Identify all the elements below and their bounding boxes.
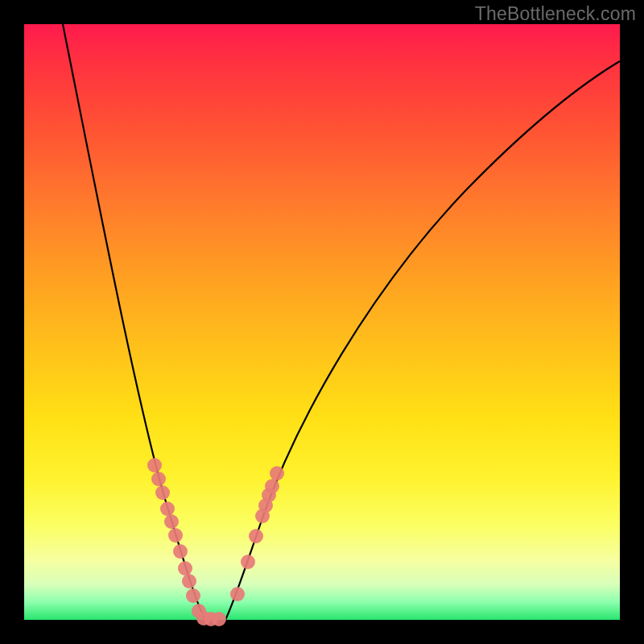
- data-point: [265, 479, 279, 493]
- left-curve: [63, 24, 205, 620]
- data-point: [168, 528, 183, 543]
- chart-svg: [24, 24, 620, 620]
- data-point: [160, 502, 175, 516]
- data-point: [147, 458, 162, 473]
- data-point: [270, 466, 284, 481]
- data-point: [173, 544, 188, 559]
- data-point: [178, 561, 192, 576]
- data-points-layer: [147, 458, 284, 626]
- data-point: [186, 588, 200, 603]
- watermark-text: TheBottleneck.com: [475, 3, 636, 25]
- data-point: [164, 514, 179, 529]
- data-point: [249, 529, 263, 543]
- right-curve: [225, 61, 620, 620]
- data-point: [230, 587, 245, 601]
- chart-frame: TheBottleneck.com: [0, 0, 644, 644]
- data-point: [182, 574, 196, 588]
- data-point: [155, 485, 170, 500]
- data-point: [151, 472, 166, 486]
- plot-area: [24, 24, 620, 620]
- data-point: [241, 555, 255, 569]
- data-point: [212, 612, 226, 626]
